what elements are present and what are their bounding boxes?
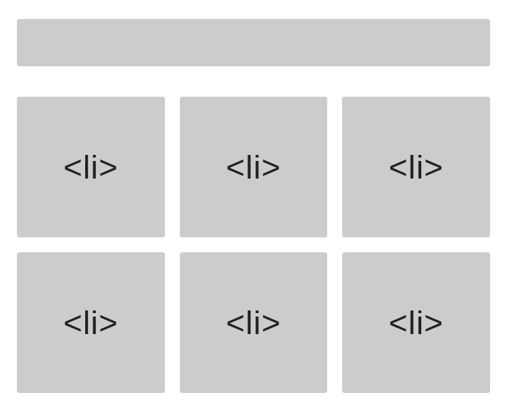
list-item: <li> [342, 97, 490, 237]
list-item: <li> [17, 97, 165, 237]
list-item: <li> [342, 252, 490, 393]
tile-grid: <li> <li> <li> <li> <li> <li> [17, 97, 490, 393]
tile-label: <li> [64, 304, 118, 342]
tile-label: <li> [389, 149, 443, 186]
list-item: <li> [180, 97, 328, 237]
tile-label: <li> [226, 149, 281, 186]
list-item: <li> [180, 252, 328, 393]
list-item: <li> [17, 252, 165, 393]
header-bar [17, 19, 490, 66]
tile-label: <li> [226, 304, 281, 342]
tile-label: <li> [389, 304, 443, 342]
tile-label: <li> [64, 149, 118, 186]
